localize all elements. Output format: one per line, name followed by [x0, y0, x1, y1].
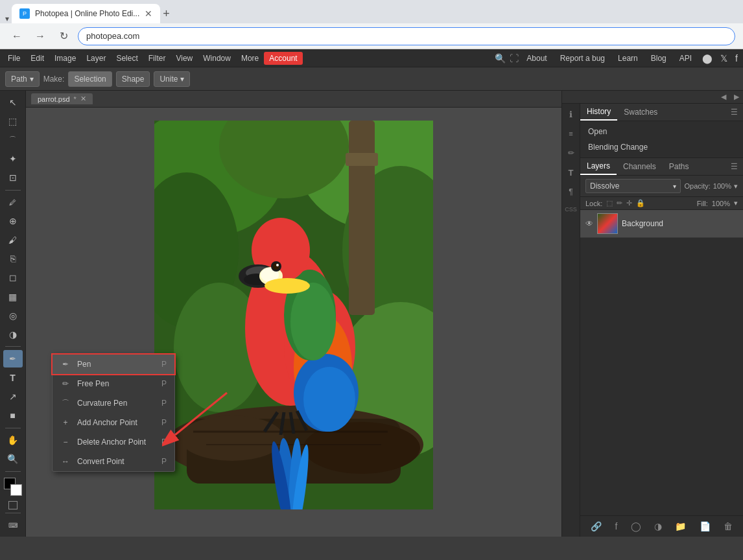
collapse-right-btn[interactable]: ▶ — [730, 93, 743, 101]
menu-window[interactable]: Window — [198, 52, 236, 65]
adjustment-btn[interactable]: ◑ — [652, 520, 665, 533]
menu-learn[interactable]: Learn — [613, 52, 643, 65]
menu-file[interactable]: File — [3, 52, 25, 65]
unite-dropdown[interactable]: Unite ▾ — [154, 71, 190, 87]
tool-text[interactable]: T — [3, 369, 23, 386]
context-menu-convert-point[interactable]: ↔ Convert Point P — [53, 452, 174, 471]
history-tab[interactable]: History — [580, 104, 617, 121]
tool-type-dropdown[interactable]: Path ▾ — [5, 71, 40, 87]
bg-color[interactable] — [10, 484, 22, 496]
blend-mode-dropdown[interactable]: Dissolve ▾ — [585, 179, 681, 193]
facebook-icon[interactable]: f — [733, 52, 740, 65]
context-menu-free-pen[interactable]: ✏ Free Pen P — [53, 374, 174, 393]
canvas-viewport[interactable]: ✒ Pen P ✏ Free Pen P ⌒ Curvature Pen P — [26, 108, 561, 537]
css-label[interactable]: CSS — [565, 206, 577, 213]
context-menu-curvature-pen[interactable]: ⌒ Curvature Pen P — [53, 393, 174, 413]
menu-select[interactable]: Select — [111, 52, 143, 65]
selection-btn[interactable]: Selection — [68, 71, 112, 87]
back-btn[interactable]: ← — [8, 27, 26, 45]
menu-more[interactable]: More — [236, 52, 264, 65]
tool-extra-1[interactable]: ⌨ — [3, 517, 23, 534]
history-panel-menu[interactable]: ☰ — [725, 105, 743, 119]
tool-eyedropper[interactable]: 🖉 — [3, 193, 23, 211]
search-icon[interactable]: 🔍 — [495, 53, 506, 64]
menu-account[interactable]: Account — [264, 52, 302, 65]
tool-marquee[interactable]: ⬚ — [3, 112, 23, 130]
menu-view[interactable]: View — [171, 52, 198, 65]
history-item-blend[interactable]: Blending Change — [580, 139, 743, 155]
tool-brush[interactable]: 🖌 — [3, 231, 23, 249]
add-mask-btn[interactable]: ◯ — [628, 520, 644, 533]
type-icon[interactable]: T — [563, 165, 579, 180]
add-style-btn[interactable]: f — [612, 520, 620, 533]
context-menu-pen[interactable]: ✒ Pen P — [53, 355, 174, 374]
tool-shape[interactable]: ■ — [3, 407, 23, 425]
swatches-tab[interactable]: Swatches — [617, 104, 664, 120]
paragraph-icon[interactable]: ¶ — [563, 184, 579, 200]
fill-value[interactable]: 100% — [712, 200, 730, 207]
tool-dodge[interactable]: ◑ — [3, 325, 23, 343]
shape-btn[interactable]: Shape — [116, 71, 150, 87]
tool-pen[interactable]: ✒ — [3, 350, 23, 368]
layers-tab[interactable]: Layers — [580, 158, 617, 175]
tool-eraser[interactable]: ◻ — [3, 269, 23, 286]
fullscreen-icon[interactable]: ⛶ — [510, 53, 519, 64]
tool-hand[interactable]: ✋ — [3, 432, 23, 449]
address-bar[interactable]: photopea.com — [78, 27, 735, 45]
opacity-arrow[interactable]: ▾ — [734, 182, 738, 191]
tool-magic-wand[interactable]: ✦ — [3, 150, 23, 167]
tool-clone[interactable]: ⎘ — [3, 250, 23, 268]
menu-report[interactable]: Report a bug — [555, 52, 610, 65]
context-menu-delete-anchor[interactable]: − Delete Anchor Point P — [53, 432, 174, 452]
paths-tab[interactable]: Paths — [663, 159, 696, 174]
lock-pixels-icon[interactable]: ⬚ — [606, 199, 613, 207]
delete-layer-btn[interactable]: 🗑 — [721, 520, 735, 533]
layer-visibility-icon[interactable]: 👁 — [585, 219, 593, 228]
menu-image[interactable]: Image — [49, 52, 81, 65]
menu-filter[interactable]: Filter — [143, 52, 171, 65]
paint-icon[interactable]: ✏ — [563, 145, 579, 161]
browser-tab[interactable]: P Photopea | Online Photo Edi... ✕ — [12, 4, 160, 23]
sliders-icon[interactable]: ≡ — [563, 126, 579, 141]
lock-image-icon[interactable]: ✏ — [617, 199, 622, 207]
document-tab[interactable]: parrot.psd * ✕ — [31, 93, 93, 104]
color-picker[interactable] — [1, 478, 25, 499]
twitter-icon[interactable]: 𝕏 — [718, 52, 730, 65]
new-group-btn[interactable]: 📁 — [672, 520, 689, 533]
tool-zoom[interactable]: 🔍 — [3, 450, 23, 468]
tool-move[interactable]: ↖ — [3, 93, 23, 111]
tab-list-btn[interactable]: ▾ — [5, 14, 9, 23]
menu-layer[interactable]: Layer — [81, 52, 111, 65]
link-layers-btn[interactable]: 🔗 — [588, 520, 604, 533]
info-icon[interactable]: ℹ — [563, 106, 579, 122]
menu-about[interactable]: About — [521, 52, 552, 65]
menu-blog[interactable]: Blog — [646, 52, 672, 65]
quick-mask[interactable] — [8, 501, 18, 509]
history-item-open[interactable]: Open — [580, 124, 743, 139]
new-layer-btn[interactable]: 📄 — [697, 520, 713, 533]
channels-tab[interactable]: Channels — [617, 159, 663, 174]
menu-api[interactable]: API — [674, 52, 697, 65]
forward-btn[interactable]: → — [31, 27, 49, 45]
layer-item-background[interactable]: 👁 Background — [580, 210, 743, 238]
new-tab-btn[interactable]: + — [160, 5, 172, 23]
blend-arrow: ▾ — [673, 183, 676, 190]
collapse-left-btn[interactable]: ◀ — [717, 93, 730, 101]
tool-spot-heal[interactable]: ⊕ — [3, 213, 23, 230]
tool-lasso[interactable]: ⌒ — [3, 131, 23, 148]
tool-gradient[interactable]: ▦ — [3, 288, 23, 305]
menu-edit[interactable]: Edit — [25, 52, 49, 65]
lock-all-icon[interactable]: 🔒 — [636, 199, 645, 207]
tool-blur[interactable]: ◎ — [3, 307, 23, 324]
close-doc-btn[interactable]: ✕ — [80, 95, 86, 103]
tool-path-select[interactable]: ↗ — [3, 388, 23, 405]
close-tab-btn[interactable]: ✕ — [145, 8, 152, 19]
context-menu-add-anchor[interactable]: + Add Anchor Point P — [53, 413, 174, 432]
fill-arrow[interactable]: ▾ — [734, 199, 738, 207]
reddit-icon[interactable]: ⬤ — [700, 52, 715, 65]
tool-crop[interactable]: ⊡ — [3, 169, 23, 186]
layers-panel-menu[interactable]: ☰ — [725, 159, 743, 174]
opacity-value[interactable]: 100% — [713, 182, 731, 190]
lock-position-icon[interactable]: ✛ — [626, 199, 632, 207]
refresh-btn[interactable]: ↻ — [54, 27, 73, 45]
